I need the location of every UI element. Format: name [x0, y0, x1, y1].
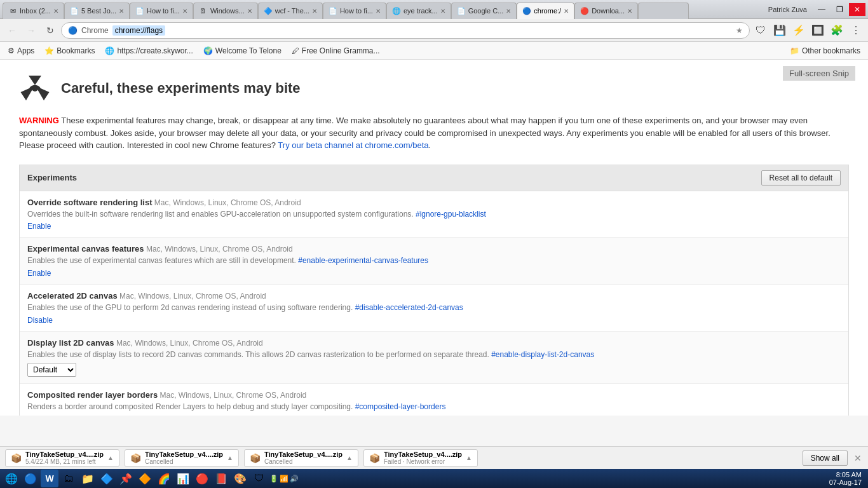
- tab-close-tab3[interactable]: ✕: [182, 8, 187, 15]
- refresh-button[interactable]: ↻: [42, 22, 58, 39]
- tab-tab1[interactable]: ✉Inbox (2... ✕: [3, 3, 64, 19]
- bookmark-bookmarks[interactable]: ⭐ Bookmarks: [42, 45, 97, 57]
- tab-tab3[interactable]: 📄How to fi...✕: [130, 3, 193, 19]
- download-file-icon-3: 📦: [250, 453, 261, 463]
- taskbar-icon-gmail[interactable]: 🌐: [3, 470, 20, 487]
- tab-tab8[interactable]: 📄Google C...✕: [451, 3, 517, 19]
- disable-link-2[interactable]: Disable: [27, 316, 53, 325]
- taskbar-icon-app5[interactable]: 🎨: [231, 470, 249, 487]
- exp-link-4[interactable]: #composited-layer-borders: [355, 402, 446, 411]
- beta-link[interactable]: Try our beta channel at chrome.com/beta: [278, 140, 428, 150]
- tab-tab5[interactable]: 🔷wcf - The...✕: [258, 3, 323, 19]
- tab-close-tab9[interactable]: ✕: [564, 8, 569, 15]
- download-chevron-3[interactable]: ▲: [346, 454, 353, 461]
- reset-all-button[interactable]: Reset all to default: [761, 170, 841, 186]
- tab-tab2[interactable]: 📄5 Best Jo...✕: [64, 3, 130, 19]
- exp-link-1[interactable]: #enable-experimental-canvas-features: [298, 256, 428, 265]
- bookmark-telone[interactable]: 🌍 Welcome To Telone: [201, 45, 284, 57]
- tab-close-tab7[interactable]: ✕: [440, 8, 445, 15]
- taskbar: 🌐 🔵 W 🗂 📁 🔷 📌 🔶 🌈 📊 🔴 📕 🎨 🛡 🔋 📶 🔊 8:05 A…: [0, 469, 868, 488]
- tab-label-tab4: Windows...: [210, 7, 245, 15]
- extension-btn-1[interactable]: 🛡: [752, 22, 769, 39]
- download-chevron-2[interactable]: ▲: [227, 454, 233, 461]
- download-chevron-4[interactable]: ▲: [466, 454, 472, 461]
- user-name: Patrick Zuva: [768, 6, 807, 13]
- tab-close-tab1[interactable]: ✕: [53, 8, 58, 15]
- taskbar-icon-app6[interactable]: 🛡: [250, 470, 268, 487]
- bookmark-apps[interactable]: ⚙ Apps: [5, 45, 37, 57]
- address-url[interactable]: chrome://flags: [112, 25, 165, 36]
- taskbar-icon-word[interactable]: W: [41, 470, 58, 487]
- tab-label-tab8: Google C...: [468, 7, 504, 15]
- tab-label-tab9: chrome:/: [534, 7, 561, 15]
- tab-label-tab6: How to fi...: [340, 7, 373, 15]
- sys-icon-1: 🔋: [269, 475, 278, 483]
- exp-name-2: Accelerated 2D canvas: [27, 291, 118, 301]
- bookmark-gramma[interactable]: 🖊 Free Online Gramma...: [289, 45, 383, 57]
- taskbar-icon-explorer[interactable]: 📁: [79, 470, 97, 487]
- other-bookmarks[interactable]: 📁 Other bookmarks: [787, 45, 863, 57]
- back-button[interactable]: ←: [4, 22, 20, 39]
- exp-link-2[interactable]: #disable-accelerated-2d-canvas: [355, 303, 463, 312]
- exp-name-4: Composited render layer borders: [27, 390, 158, 400]
- tab-tab9[interactable]: 🔵chrome:/✕: [517, 3, 574, 19]
- download-name-4: TinyTakeSetup_v4....zip: [384, 451, 462, 458]
- tab-close-tab8[interactable]: ✕: [506, 8, 511, 15]
- download-status-1: 5.4/22.4 MB, 21 mins left: [25, 458, 104, 465]
- menu-button[interactable]: ⋮: [848, 22, 864, 39]
- address-bar[interactable]: 🔵 Chrome chrome://flags ★: [61, 22, 750, 39]
- taskbar-sys-icons: 🔋 📶 🔊: [269, 475, 299, 483]
- taskbar-icon-ie[interactable]: 🔵: [22, 470, 39, 487]
- show-all-button[interactable]: Show all: [803, 451, 848, 466]
- tab-favicon-tab4: 🗓: [199, 6, 208, 15]
- warning-label: WARNING: [19, 116, 59, 125]
- tab-tab7[interactable]: 🌐eye track...✕: [386, 3, 451, 19]
- bookmark-skywor[interactable]: 🌐 https://create.skywor...: [102, 45, 195, 57]
- download-chevron-1[interactable]: ▲: [107, 454, 114, 461]
- exp-platforms-0: Mac, Windows, Linux, Chrome OS, Android: [154, 198, 301, 207]
- taskbar-icon-access[interactable]: 🗂: [60, 470, 78, 487]
- taskbar-icon-chrome[interactable]: 🌈: [155, 470, 173, 487]
- tab-tab11[interactable]: [638, 3, 689, 19]
- enable-link-0[interactable]: Enable: [27, 222, 51, 231]
- bookmark-star-icon[interactable]: ★: [736, 26, 743, 35]
- tab-close-tab2[interactable]: ✕: [119, 8, 124, 15]
- exp-link-0[interactable]: #ignore-gpu-blacklist: [416, 210, 486, 219]
- tab-tab10[interactable]: 🔴Downloa...✕: [574, 3, 638, 19]
- experiment-item-4: Composited render layer borders Mac, Win…: [20, 384, 848, 416]
- extension-btn-3[interactable]: ⚡: [790, 22, 807, 39]
- taskbar-icon-excel[interactable]: 📊: [174, 470, 192, 487]
- experiment-item-0: Override software rendering list Mac, Wi…: [20, 191, 848, 238]
- extension-btn-4[interactable]: 🔲: [810, 22, 826, 39]
- maximize-button[interactable]: ❐: [831, 3, 848, 16]
- experiments-list: Override software rendering list Mac, Wi…: [20, 191, 848, 416]
- taskbar-icon-app1[interactable]: 🔷: [98, 470, 116, 487]
- exp-desc-3: Enables the use of display lists to reco…: [27, 349, 841, 360]
- forward-button[interactable]: →: [23, 22, 39, 39]
- minimize-button[interactable]: —: [813, 3, 830, 16]
- tab-close-tab4[interactable]: ✕: [247, 8, 252, 15]
- radiation-icon: [19, 72, 51, 104]
- download-name-3: TinyTakeSetup_v4....zip: [264, 451, 342, 458]
- exp-select-3[interactable]: DefaultEnabledDisabled: [27, 363, 76, 377]
- taskbar-icon-app3[interactable]: 🔶: [136, 470, 154, 487]
- tab-close-tab6[interactable]: ✕: [376, 8, 381, 15]
- close-downloads-icon[interactable]: ✕: [853, 452, 863, 464]
- taskbar-icon-app4[interactable]: 🔴: [193, 470, 211, 487]
- tab-close-tab10[interactable]: ✕: [627, 8, 632, 15]
- taskbar-icon-kindle[interactable]: 📕: [212, 470, 230, 487]
- tab-tab4[interactable]: 🗓Windows...✕: [193, 3, 258, 19]
- enable-link-1[interactable]: Enable: [27, 269, 51, 278]
- enable-link-4[interactable]: Enable: [27, 414, 51, 416]
- taskbar-icon-app2[interactable]: 📌: [117, 470, 135, 487]
- tab-close-tab5[interactable]: ✕: [312, 8, 317, 15]
- beta-period: .: [429, 140, 431, 150]
- exp-desc-0: Overrides the built-in software renderin…: [27, 209, 841, 220]
- exp-link-3[interactable]: #enable-display-list-2d-canvas: [491, 350, 594, 359]
- extension-btn-5[interactable]: 🧩: [829, 22, 845, 39]
- tab-tab6[interactable]: 📄How to fi...✕: [323, 3, 386, 19]
- close-button[interactable]: ✕: [849, 3, 865, 16]
- extension-btn-2[interactable]: 💾: [771, 22, 788, 39]
- tab-label-tab5: wcf - The...: [275, 7, 309, 15]
- exp-platforms-2: Mac, Windows, Linux, Chrome OS, Android: [119, 292, 266, 301]
